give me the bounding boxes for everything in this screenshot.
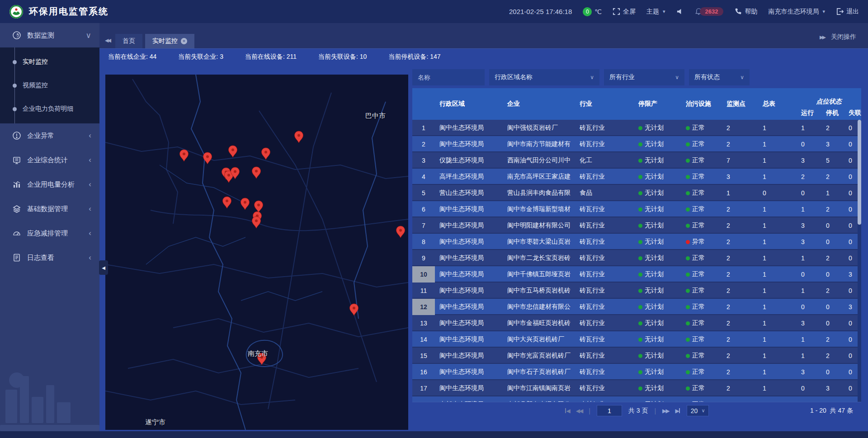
status-select[interactable]: 所有状态∨ [689, 69, 750, 85]
map-pin-icon[interactable] [349, 303, 359, 316]
sidebar-item-label: 日志查看 [27, 254, 54, 262]
cell-region: 阆中生态环境局 [435, 352, 503, 360]
map-pin-icon[interactable] [222, 196, 232, 209]
map-pin-icon[interactable] [396, 226, 406, 238]
sidebar-item-数据监测[interactable]: 数据监测 ∨ [0, 23, 99, 47]
sidebar-item-基础数据管理[interactable]: 基础数据管理 ‹ [0, 197, 99, 221]
table-row[interactable]: 16 阆中生态环境局 阆中市石子页岩机砖厂 砖瓦行业 无计划 正常 2 1 3 … [412, 364, 861, 380]
cell-stop: 3 [821, 385, 844, 392]
map-pin-icon[interactable] [240, 198, 250, 210]
table-scrollbar[interactable] [858, 120, 861, 402]
bullet-icon [13, 60, 17, 64]
cell-region: 高坪生态环境局 [435, 173, 503, 181]
last-page-button[interactable]: ▶ [675, 408, 680, 414]
table-row[interactable]: 13 阆中生态环境局 阆中市金福旺页岩机砖 砖瓦行业 无计划 正常 2 1 3 … [412, 315, 861, 331]
map-pin-icon[interactable] [251, 166, 261, 179]
chevron-down-icon: ∨ [740, 74, 744, 80]
prev-page-button[interactable]: ◀◀ [576, 408, 582, 414]
region-select[interactable]: 行政区域名称∨ [489, 69, 599, 85]
map-pin-icon[interactable] [228, 145, 238, 158]
sidebar-item-企业用电量分析[interactable]: 企业用电量分析 ‹ [0, 172, 99, 197]
table-row[interactable]: 9 阆中生态环境局 阆中市二龙长宝页岩砖 砖瓦行业 无计划 正常 2 1 1 2… [412, 250, 861, 266]
cell-company: 阆中市忠信建材有限公 [503, 303, 575, 311]
status-dot-icon [686, 386, 690, 391]
fullscreen-button[interactable]: 全屏 [613, 8, 636, 16]
table-row[interactable]: 14 阆中生态环境局 阆中大兴页岩机砖厂 砖瓦行业 无计划 正常 2 1 1 2… [412, 331, 861, 348]
sidebar-item-应急减排管理[interactable]: 应急减排管理 ‹ [0, 221, 99, 245]
tab-close-icon[interactable]: ✕ [181, 38, 187, 44]
cell-stop: 2 [821, 124, 844, 132]
table-row[interactable]: 3 仪陇生态环境局 西南油气田分公司川中 化工 无计划 正常 7 1 3 5 0 [412, 152, 861, 169]
row-index: 1 [412, 120, 435, 136]
close-operations-button[interactable]: ▶▶ 关闭操作 [820, 33, 856, 41]
map-pin-icon[interactable] [203, 152, 212, 165]
speaker-icon [676, 8, 684, 15]
cell-stop: 2 [821, 336, 844, 343]
table-row[interactable]: 8 阆中生态环境局 阆中市枣碧大梁山页岩 砖瓦行业 无计划 异常 2 1 3 0… [412, 234, 861, 250]
table-row[interactable]: 10 阆中生态环境局 阆中千佛镇五郎垭页岩 砖瓦行业 无计划 正常 2 1 0 … [412, 266, 861, 283]
notifications[interactable]: 2632 [695, 7, 724, 16]
logout-button[interactable]: 退出 [836, 8, 859, 16]
cell-company: 西南油气田分公司川中 [503, 156, 575, 165]
cell-facility: 正常 [681, 287, 722, 295]
table-row[interactable]: 2 阆中生态环境局 阆中市南方节能建材有 砖瓦行业 无计划 正常 2 1 0 3… [412, 136, 861, 152]
cell-region: 阆中生态环境局 [435, 384, 503, 392]
map-pin-icon[interactable] [179, 149, 189, 162]
cell-points: 2 [722, 238, 758, 245]
sidebar-item-企业异常[interactable]: 企业异常 ‹ [0, 123, 99, 148]
row-index: 9 [412, 250, 435, 266]
table-row[interactable]: 18 南部生态环境局 南部县新力水泥有限公 建材行业 无计划 正常 2 1 0 … [412, 396, 861, 402]
table-row[interactable]: 12 阆中生态环境局 阆中市忠信建材有限公 砖瓦行业 无计划 正常 2 1 0 … [412, 299, 861, 315]
org-menu[interactable]: 南充市生态环境局▾ [768, 8, 825, 16]
first-page-button[interactable]: ◀ [565, 408, 570, 414]
app-logo-icon [9, 5, 24, 19]
row-index: 15 [412, 348, 435, 364]
map-panel[interactable]: 巴中市南充市遂宁市 [105, 75, 408, 430]
industry-select[interactable]: 所有行业∨ [604, 69, 684, 85]
row-index: 14 [412, 331, 435, 348]
sidebar-item-label: 企业综合统计 [27, 156, 68, 165]
map-pin-icon[interactable] [261, 147, 271, 160]
table-row[interactable]: 6 阆中生态环境局 阆中市金博瑞新型墙材 砖瓦行业 无计划 正常 2 1 1 2… [412, 201, 861, 217]
help-button[interactable]: 帮助 [734, 8, 757, 16]
cell-run: 1 [797, 254, 821, 262]
theme-button[interactable]: 主题▾ [646, 8, 665, 16]
cell-points: 2 [722, 336, 758, 343]
cell-limit: 无计划 [634, 238, 681, 246]
table-row[interactable]: 1 阆中生态环境局 阆中强锐页岩砖厂 砖瓦行业 无计划 正常 2 1 1 2 0 [412, 120, 861, 136]
row-index: 5 [412, 185, 435, 201]
cell-meters: 1 [758, 157, 797, 164]
table-row[interactable]: 4 高坪生态环境局 南充市高坪区王家店建 砖瓦行业 无计划 正常 3 1 2 2… [412, 169, 861, 185]
cell-region: 阆中生态环境局 [435, 368, 503, 376]
cell-industry: 砖瓦行业 [575, 140, 634, 148]
tab-首页[interactable]: 首页 [115, 34, 142, 48]
map-pin-icon[interactable] [230, 167, 240, 179]
tabs-scroll-left-icon[interactable]: ◀◀ [105, 38, 110, 43]
sidebar-subitem-企业电力负荷明细[interactable]: 企业电力负荷明细 [0, 97, 99, 121]
row-index: 3 [412, 152, 435, 169]
cell-limit: 无计划 [634, 221, 681, 230]
tab-实时监控[interactable]: 实时监控✕ [145, 34, 194, 48]
sidebar-item-日志查看[interactable]: 日志查看 ‹ [0, 245, 99, 270]
map-pin-icon[interactable] [251, 216, 261, 229]
name-search-input[interactable] [412, 69, 485, 85]
page-size-select[interactable]: 20∨ [687, 405, 709, 416]
next-page-button[interactable]: ▶▶ [662, 408, 669, 414]
chart-icon [12, 180, 21, 189]
sidebar-subitem-实时监控[interactable]: 实时监控 [0, 50, 99, 74]
stat-当前失联设备: 当前失联设备: 10 [318, 53, 367, 61]
table-row[interactable]: 17 阆中生态环境局 阆中市江南镇阆南页岩 砖瓦行业 无计划 正常 2 1 0 … [412, 380, 861, 396]
status-dot-icon [638, 338, 642, 342]
page-number-input[interactable] [597, 405, 622, 416]
table-row[interactable]: 15 阆中生态环境局 阆中市光富页岩机砖厂 砖瓦行业 无计划 正常 2 1 1 … [412, 348, 861, 364]
map-pin-icon[interactable] [294, 131, 304, 143]
sidebar-collapse-handle[interactable]: ◀ [99, 260, 108, 275]
table-row[interactable]: 11 阆中生态环境局 阆中市五马桥页岩机砖 砖瓦行业 无计划 正常 2 1 1 … [412, 283, 861, 299]
sidebar-item-企业综合统计[interactable]: 企业综合统计 ‹ [0, 148, 99, 172]
sidebar-subitem-视频监控[interactable]: 视频监控 [0, 74, 99, 97]
map-city-label: 遂宁市 [145, 418, 165, 427]
table-row[interactable]: 5 营山生态环境局 营山县润丰肉食品有限 食品 无计划 正常 1 0 0 1 0 [412, 185, 861, 201]
table-row[interactable]: 7 阆中生态环境局 阆中明阳建材有限公司 砖瓦行业 无计划 正常 2 1 3 0… [412, 217, 861, 234]
cell-stop: 0 [821, 320, 844, 327]
mute-button[interactable] [676, 8, 684, 15]
